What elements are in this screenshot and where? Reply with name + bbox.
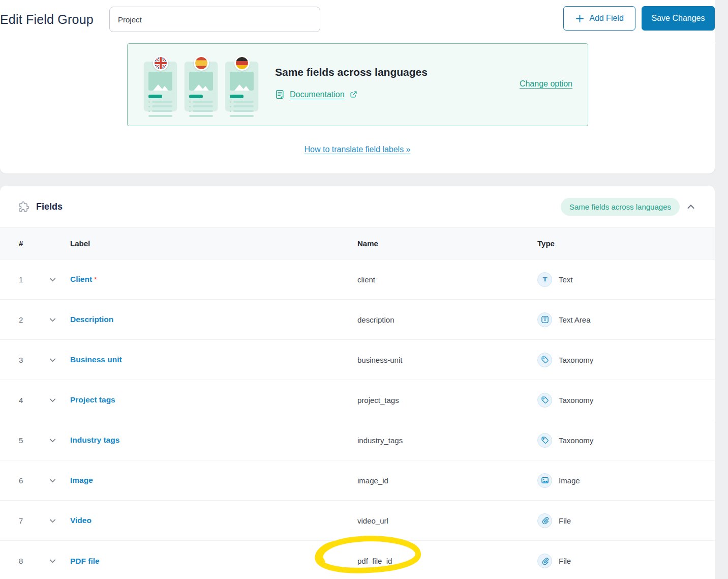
translate-field-labels-link[interactable]: How to translate field labels » bbox=[305, 145, 411, 154]
taxonomy-icon bbox=[537, 393, 552, 408]
banner-title: Same fields across languages bbox=[275, 66, 428, 78]
svg-text:T: T bbox=[542, 275, 547, 283]
taxonomy-icon bbox=[537, 433, 552, 448]
expand-row-button[interactable] bbox=[48, 396, 70, 404]
document-icon bbox=[275, 90, 285, 99]
row-number: 1 bbox=[0, 275, 48, 284]
collapse-section-button[interactable] bbox=[686, 202, 696, 211]
field-type: File bbox=[559, 516, 571, 525]
textarea-icon: T bbox=[537, 312, 552, 327]
page-title: Edit Field Group bbox=[0, 12, 94, 27]
field-label-link[interactable]: Video bbox=[70, 516, 92, 525]
required-marker: * bbox=[94, 275, 97, 283]
germany-flag-icon bbox=[234, 55, 250, 71]
language-card-es bbox=[185, 62, 218, 111]
field-type: Taxonomy bbox=[559, 436, 593, 445]
field-name: project_tags bbox=[357, 396, 537, 404]
row-number: 6 bbox=[0, 476, 48, 485]
field-label-link[interactable]: Client bbox=[70, 275, 92, 283]
field-type: Text Area bbox=[559, 315, 591, 324]
row-number: 7 bbox=[0, 516, 48, 525]
same-fields-badge: Same fields across languages bbox=[561, 198, 680, 216]
fields-panel: Fields Same fields across languages # La… bbox=[0, 186, 715, 579]
text-icon: T bbox=[537, 272, 552, 287]
language-cards-illustration bbox=[144, 62, 258, 111]
languages-banner: Same fields across languages Documentati… bbox=[127, 43, 588, 126]
table-header-row: # Label Name Type bbox=[0, 227, 715, 259]
field-type: File bbox=[559, 557, 571, 565]
expand-row-button[interactable] bbox=[48, 436, 70, 445]
language-card-en bbox=[144, 62, 177, 111]
translate-help-row: How to translate field labels » bbox=[0, 145, 715, 154]
expand-row-button[interactable] bbox=[48, 476, 70, 485]
image-icon bbox=[537, 473, 552, 488]
field-type: Text bbox=[559, 275, 573, 284]
fields-section-title: Fields bbox=[36, 201, 63, 212]
save-changes-label: Save Changes bbox=[652, 14, 705, 23]
field-name: video_url bbox=[357, 516, 537, 525]
add-field-label: Add Field bbox=[589, 14, 624, 23]
field-type: Taxonomy bbox=[559, 396, 593, 404]
column-header-number: # bbox=[0, 239, 48, 248]
field-type: Taxonomy bbox=[559, 356, 593, 364]
add-field-button[interactable]: Add Field bbox=[563, 6, 635, 31]
documentation-link[interactable]: Documentation bbox=[290, 90, 345, 99]
language-card-de bbox=[225, 62, 258, 111]
expand-row-button[interactable] bbox=[48, 356, 70, 364]
top-toolbar: Edit Field Group Add Field Save Changes bbox=[0, 0, 715, 43]
field-label-link[interactable]: Description bbox=[70, 315, 113, 324]
table-row: 8 PDF file pdf_file_id File bbox=[0, 541, 715, 579]
edit-field-group-panel: Edit Field Group Add Field Save Changes bbox=[0, 0, 715, 173]
external-link-icon bbox=[350, 91, 357, 98]
svg-text:T: T bbox=[543, 317, 547, 322]
field-name: business-unit bbox=[357, 356, 537, 364]
table-row: 3 Business unit business-unit Taxonomy bbox=[0, 340, 715, 380]
field-name: client bbox=[357, 275, 537, 284]
column-header-label: Label bbox=[70, 239, 357, 248]
row-number: 4 bbox=[0, 396, 48, 404]
table-row: 5 Industry tags industry_tags Taxonomy bbox=[0, 420, 715, 460]
field-label-link[interactable]: Industry tags bbox=[70, 436, 119, 444]
field-label-link[interactable]: Business unit bbox=[70, 355, 122, 364]
puzzle-icon bbox=[18, 201, 29, 213]
uk-flag-icon bbox=[153, 55, 168, 71]
row-number: 3 bbox=[0, 356, 48, 364]
expand-row-button[interactable] bbox=[48, 557, 70, 565]
field-name: image_id bbox=[357, 476, 537, 485]
field-group-name-input[interactable] bbox=[109, 7, 320, 32]
expand-row-button[interactable] bbox=[48, 315, 70, 324]
taxonomy-icon bbox=[537, 353, 552, 367]
field-label-link[interactable]: Image bbox=[70, 476, 93, 484]
column-header-name: Name bbox=[357, 239, 537, 248]
row-number: 5 bbox=[0, 436, 48, 445]
field-name: description bbox=[357, 315, 537, 324]
field-type: Image bbox=[559, 476, 580, 485]
spain-flag-icon bbox=[194, 55, 209, 71]
field-label-link[interactable]: PDF file bbox=[70, 557, 100, 565]
change-option-link[interactable]: Change option bbox=[520, 79, 572, 88]
field-name: industry_tags bbox=[357, 436, 537, 445]
save-changes-button[interactable]: Save Changes bbox=[642, 6, 715, 31]
expand-row-button[interactable] bbox=[48, 275, 70, 284]
field-name: pdf_file_id bbox=[357, 557, 537, 565]
column-header-type: Type bbox=[537, 239, 715, 248]
table-row: 6 Image image_id Image bbox=[0, 460, 715, 501]
file-icon bbox=[537, 554, 552, 568]
plus-icon bbox=[575, 14, 585, 23]
table-row: 2 Description description TText Area bbox=[0, 300, 715, 340]
table-row: 1 Client* client TText bbox=[0, 259, 715, 300]
row-number: 2 bbox=[0, 315, 48, 324]
file-icon bbox=[537, 513, 552, 528]
expand-row-button[interactable] bbox=[48, 516, 70, 525]
table-row: 7 Video video_url File bbox=[0, 501, 715, 541]
table-row: 4 Project tags project_tags Taxonomy bbox=[0, 380, 715, 420]
row-number: 8 bbox=[0, 557, 48, 565]
field-label-link[interactable]: Project tags bbox=[70, 395, 115, 404]
